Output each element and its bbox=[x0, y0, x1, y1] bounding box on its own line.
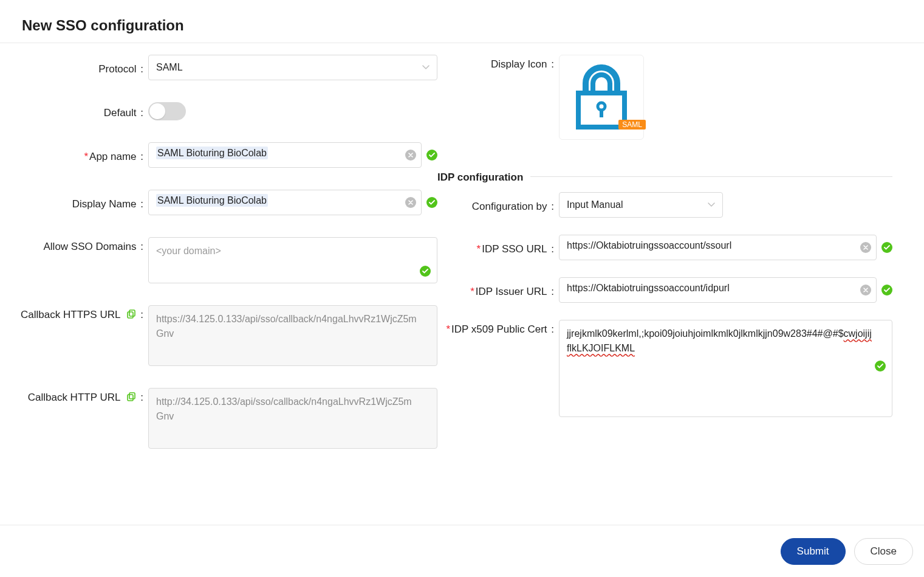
idp-issuer-url-input[interactable]: https://Oktabiotruingssoaccount/idpurl bbox=[559, 277, 877, 303]
callback-http-input: http://34.125.0.133/api/sso/callback/n4n… bbox=[148, 388, 437, 449]
idp-cert-input[interactable]: jjrejkmlk09kerlml,;kpoi09joiuhjoimlkmlk0… bbox=[559, 320, 892, 417]
saml-badge: SAML bbox=[618, 120, 646, 130]
display-name-label: Display Name : bbox=[0, 195, 148, 210]
config-by-value: Input Manual bbox=[567, 199, 623, 210]
copy-icon[interactable] bbox=[126, 309, 137, 320]
success-icon bbox=[881, 242, 892, 253]
copy-icon[interactable] bbox=[126, 392, 137, 403]
idp-cert-label: *IDP x509 Public Cert : bbox=[437, 320, 559, 336]
svg-rect-0 bbox=[128, 312, 133, 318]
allow-domains-label: Allow SSO Domains : bbox=[0, 237, 148, 253]
allow-domains-input[interactable]: <your domain> bbox=[148, 237, 437, 283]
idp-sso-url-input[interactable]: https://Oktabiotruingssoaccount/ssourl bbox=[559, 235, 877, 260]
app-name-input[interactable]: SAML Bioturing BioColab bbox=[148, 142, 422, 168]
display-icon-preview[interactable]: SAML bbox=[559, 55, 644, 140]
callback-https-input: https://34.125.0.133/api/sso/callback/n4… bbox=[148, 305, 437, 366]
svg-rect-3 bbox=[129, 393, 135, 399]
protocol-value: SAML bbox=[156, 62, 183, 73]
callback-http-label: Callback HTTP URL : bbox=[0, 388, 148, 404]
display-name-input[interactable]: SAML Bioturing BioColab bbox=[148, 190, 422, 215]
svg-rect-1 bbox=[129, 310, 135, 316]
protocol-label: Protocol : bbox=[0, 60, 148, 75]
success-icon bbox=[875, 361, 886, 371]
app-name-label: *App name : bbox=[0, 147, 148, 163]
display-icon-label: Display Icon : bbox=[437, 55, 559, 71]
callback-https-label: Callback HTTPS URL : bbox=[0, 305, 148, 321]
default-label: Default : bbox=[0, 103, 148, 119]
clear-icon[interactable] bbox=[860, 242, 871, 253]
page-title: New SSO configuration bbox=[22, 17, 902, 34]
success-icon bbox=[426, 197, 437, 208]
svg-rect-6 bbox=[600, 109, 603, 117]
idp-issuer-url-label: *IDP Issuer URL : bbox=[437, 282, 559, 298]
config-by-label: Configuration by : bbox=[437, 197, 559, 213]
success-icon bbox=[881, 285, 892, 295]
close-button[interactable]: Close bbox=[854, 538, 913, 565]
success-icon bbox=[426, 150, 437, 161]
chevron-down-icon bbox=[708, 202, 715, 207]
clear-icon[interactable] bbox=[405, 150, 416, 161]
svg-rect-2 bbox=[128, 395, 133, 401]
clear-icon[interactable] bbox=[405, 197, 416, 208]
config-by-select[interactable]: Input Manual bbox=[559, 192, 723, 218]
clear-icon[interactable] bbox=[860, 285, 871, 295]
submit-button[interactable]: Submit bbox=[781, 538, 846, 565]
protocol-select[interactable]: SAML bbox=[148, 55, 437, 80]
idp-sso-url-label: *IDP SSO URL : bbox=[437, 240, 559, 255]
default-toggle[interactable] bbox=[148, 102, 186, 120]
success-icon bbox=[420, 266, 431, 277]
chevron-down-icon bbox=[422, 65, 429, 70]
idp-heading: IDP configuration bbox=[437, 171, 523, 184]
